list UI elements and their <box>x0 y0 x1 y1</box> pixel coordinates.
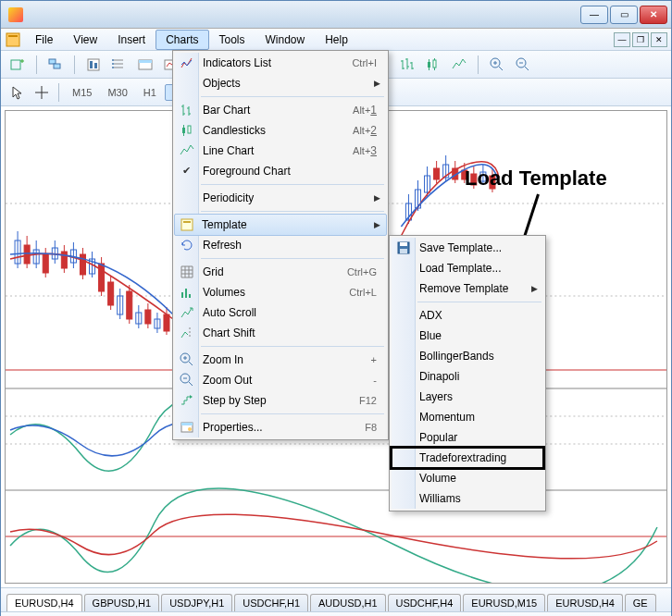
menu-item-label: Dinapoli <box>419 370 459 383</box>
menu-tools[interactable]: Tools <box>209 30 255 50</box>
close-button[interactable] <box>640 6 667 24</box>
svg-rect-7 <box>94 63 97 68</box>
chart-tab-eurusd-m15[interactable]: EURUSD,M15 <box>463 594 545 611</box>
menu-item-shortcut: Alt+3 <box>353 144 377 157</box>
charts-menu-properties[interactable]: Properties...F8 <box>175 417 386 437</box>
menu-item-label: Blue <box>419 329 442 342</box>
menu-item-label: Williams <box>419 492 461 505</box>
zoomin-icon <box>179 351 195 368</box>
charts-menu-candlesticks[interactable]: CandlesticksAlt+2 <box>175 120 386 141</box>
charts-menu-volumes[interactable]: VolumesCtrl+L <box>175 282 386 302</box>
menu-item-label: Indicators List <box>203 56 271 69</box>
minimize-button[interactable] <box>580 6 608 24</box>
timeframe-m15[interactable]: M15 <box>65 84 99 101</box>
profiles-button[interactable] <box>44 55 67 75</box>
svg-rect-22 <box>433 60 436 68</box>
svg-rect-87 <box>182 128 185 133</box>
template-menu-load-template[interactable]: Load Template... <box>392 258 543 278</box>
charts-menu-line-chart[interactable]: Line ChartAlt+3 <box>175 141 386 161</box>
svg-rect-88 <box>188 126 191 133</box>
svg-rect-2 <box>11 60 20 69</box>
zoom-out-button[interactable] <box>512 55 534 75</box>
menu-window[interactable]: Window <box>255 30 316 50</box>
annotation-label: Load Template <box>465 166 607 191</box>
indicators-icon <box>179 55 195 71</box>
charts-menu-zoom-out[interactable]: Zoom Out- <box>175 370 386 390</box>
charts-menu-objects[interactable]: Objects▶ <box>175 73 386 93</box>
svg-rect-12 <box>139 60 152 63</box>
submenu-arrow-icon: ▶ <box>374 220 380 229</box>
menu-insert[interactable]: Insert <box>107 30 156 50</box>
chart-tab-usdjpy-h1[interactable]: USDJPY,H1 <box>161 594 232 611</box>
svg-point-10 <box>112 67 114 68</box>
cursor-button[interactable] <box>6 82 29 103</box>
timeframe-m30[interactable]: M30 <box>100 84 134 101</box>
template-menu-popular[interactable]: Popular <box>392 427 543 448</box>
crosshair-button[interactable] <box>31 82 53 103</box>
template-menu-bollingerbands[interactable]: BollingerBands <box>392 346 543 366</box>
charts-menu-step-by-step[interactable]: Step by StepF12 <box>175 390 386 411</box>
menu-help[interactable]: Help <box>315 30 358 50</box>
charts-menu-template[interactable]: Template▶ <box>174 214 387 236</box>
charts-menu-periodicity[interactable]: Periodicity▶ <box>175 188 386 208</box>
navigator-button[interactable] <box>108 55 131 75</box>
charts-menu-grid[interactable]: GridCtrl+G <box>175 262 386 282</box>
charts-menu-bar-chart[interactable]: Bar ChartAlt+1 <box>175 100 386 120</box>
chart-tab-eurusd-h4[interactable]: EURUSD,H4 <box>6 594 82 611</box>
market-watch-button[interactable] <box>82 55 105 75</box>
mdi-minimize-button[interactable]: — <box>614 32 630 47</box>
template-menu-adx[interactable]: ADX <box>392 305 543 326</box>
menu-item-label: Auto Scroll <box>203 306 256 319</box>
charts-menu-chart-shift[interactable]: Chart Shift <box>175 323 386 343</box>
menu-item-label: Periodicity <box>203 191 254 204</box>
line-chart-button[interactable] <box>448 55 470 75</box>
svg-rect-97 <box>181 423 193 425</box>
menu-item-label: Volumes <box>203 286 245 299</box>
menu-item-label: Bar Chart <box>203 104 250 117</box>
chart-tab-usdchf-h1[interactable]: USDCHF,H1 <box>234 594 308 611</box>
menu-item-shortcut: - <box>373 375 377 386</box>
terminal-button[interactable] <box>134 55 156 75</box>
mdi-close-button[interactable]: ✕ <box>651 32 667 47</box>
charts-menu-foreground-chart[interactable]: ✔Foreground Chart <box>175 161 386 181</box>
chartshift-icon <box>179 325 195 341</box>
menu-item-label: Volume <box>419 472 456 485</box>
template-menu-volume[interactable]: Volume <box>392 468 543 488</box>
timeframe-h1[interactable]: H1 <box>136 84 164 101</box>
maximize-button[interactable]: ▭ <box>610 6 638 24</box>
template-menu-tradeforextrading[interactable]: Tradeforextrading <box>392 448 543 468</box>
charts-menu-indicators-list[interactable]: Indicators ListCtrl+I <box>175 53 386 73</box>
template-menu-blue[interactable]: Blue <box>392 326 543 346</box>
chart-tab-audusd-h1[interactable]: AUDUSD,H1 <box>310 594 386 611</box>
template-menu-layers[interactable]: Layers <box>392 387 543 407</box>
chart-tab-gbpusd-h1[interactable]: GBPUSD,H1 <box>84 594 160 611</box>
menu-item-label: Template <box>202 218 247 231</box>
template-menu-save-template[interactable]: Save Template... <box>392 238 543 258</box>
titlebar: ▭ <box>1 1 671 29</box>
charts-menu-zoom-in[interactable]: Zoom In+ <box>175 350 386 370</box>
menu-item-shortcut: + <box>371 354 377 365</box>
menu-item-label: Chart Shift <box>203 326 255 339</box>
candle-chart-button[interactable] <box>422 55 444 75</box>
zoom-in-button[interactable] <box>486 55 508 75</box>
template-menu-williams[interactable]: Williams <box>392 488 543 509</box>
chart-tab-ge[interactable]: GE <box>625 594 656 611</box>
menu-file[interactable]: File <box>25 30 63 50</box>
chart-tab-usdchf-h4[interactable]: USDCHF,H4 <box>388 594 462 611</box>
menu-charts[interactable]: Charts <box>156 30 208 50</box>
step-icon <box>179 392 195 409</box>
menu-item-label: Candlesticks <box>203 124 266 137</box>
charts-menu-auto-scroll[interactable]: Auto Scroll <box>175 302 386 323</box>
chart-tab-eurusd-h4[interactable]: EURUSD,H4 <box>547 594 623 611</box>
menu-item-label: Remove Template <box>419 282 509 295</box>
bar-chart-button[interactable] <box>396 55 418 75</box>
menu-item-label: BollingerBands <box>419 350 494 363</box>
menu-view[interactable]: View <box>63 30 107 50</box>
menu-item-label: Grid <box>203 265 224 278</box>
charts-menu-refresh[interactable]: Refresh <box>175 235 386 255</box>
mdi-restore-button[interactable]: ❐ <box>632 32 649 47</box>
template-menu-momentum[interactable]: Momentum <box>392 407 543 427</box>
template-menu-remove-template[interactable]: Remove Template▶ <box>392 278 543 299</box>
template-menu-dinapoli[interactable]: Dinapoli <box>392 366 543 387</box>
new-chart-button[interactable] <box>6 55 29 75</box>
